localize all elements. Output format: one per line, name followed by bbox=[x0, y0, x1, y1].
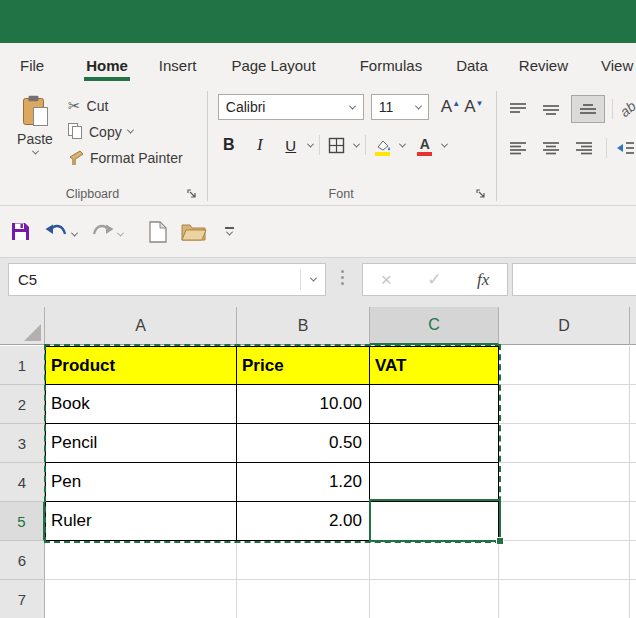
cell-B5[interactable]: 2.00 bbox=[237, 502, 370, 541]
font-color-button[interactable]: A bbox=[414, 134, 436, 156]
format-painter-label: Format Painter bbox=[90, 150, 183, 166]
cell-B6[interactable] bbox=[237, 541, 370, 580]
cell-A7[interactable] bbox=[45, 580, 237, 618]
fill-color-dropdown-icon[interactable] bbox=[399, 140, 406, 147]
top-align-button[interactable] bbox=[505, 97, 531, 121]
font-size-select[interactable]: 11 bbox=[371, 94, 429, 120]
column-header-d[interactable]: D bbox=[499, 307, 630, 345]
cell-B7[interactable] bbox=[237, 580, 370, 618]
tab-insert[interactable]: Insert bbox=[159, 57, 197, 85]
tab-file[interactable]: File bbox=[20, 57, 44, 85]
paste-clipboard-icon bbox=[22, 95, 49, 126]
fill-color-button[interactable] bbox=[372, 134, 394, 156]
cell-D3[interactable] bbox=[499, 424, 630, 463]
cell-D1[interactable] bbox=[499, 346, 630, 385]
worksheet: A B C D 1 Product Price VAT 2 Book 10.00… bbox=[0, 302, 636, 618]
open-folder-button[interactable] bbox=[181, 222, 207, 241]
cell-C7[interactable] bbox=[370, 580, 499, 618]
cell-D6[interactable] bbox=[499, 541, 630, 580]
copy-button[interactable]: Copy bbox=[68, 121, 183, 142]
new-file-icon bbox=[149, 221, 167, 243]
cell-C1[interactable]: VAT bbox=[370, 346, 499, 385]
name-box[interactable]: C5 bbox=[8, 263, 326, 296]
cell-A4[interactable]: Pen bbox=[45, 463, 237, 502]
decrease-indent-button[interactable] bbox=[616, 141, 634, 155]
increase-font-size-button[interactable]: A▲ bbox=[441, 97, 452, 117]
font-dialog-launcher[interactable] bbox=[474, 187, 488, 201]
copy-dropdown-icon[interactable] bbox=[127, 127, 134, 134]
cell-C4[interactable] bbox=[370, 463, 499, 502]
undo-dropdown-icon[interactable] bbox=[71, 229, 78, 236]
cell-C6[interactable] bbox=[370, 541, 499, 580]
format-painter-button[interactable]: Format Painter bbox=[68, 147, 183, 168]
bottom-align-button[interactable] bbox=[571, 95, 605, 123]
name-box-dropdown-icon[interactable] bbox=[309, 275, 316, 282]
cell-B4[interactable]: 1.20 bbox=[237, 463, 370, 502]
tab-view[interactable]: View bbox=[601, 57, 633, 85]
cell-B2[interactable]: 10.00 bbox=[237, 385, 370, 424]
column-header-b[interactable]: B bbox=[237, 307, 370, 345]
font-size-value: 11 bbox=[372, 99, 410, 115]
orientation-button[interactable]: ab bbox=[617, 98, 636, 120]
tab-data[interactable]: Data bbox=[456, 57, 488, 85]
cell-D2[interactable] bbox=[499, 385, 630, 424]
row-header-1[interactable]: 1 bbox=[0, 346, 45, 385]
customize-qat-button[interactable] bbox=[225, 227, 234, 236]
underline-dropdown-icon[interactable] bbox=[307, 140, 314, 147]
cell-D7[interactable] bbox=[499, 580, 630, 618]
row-header-4[interactable]: 4 bbox=[0, 463, 45, 502]
center-align-button[interactable] bbox=[538, 136, 564, 160]
align-left-button[interactable] bbox=[505, 136, 531, 160]
cell-B3[interactable]: 0.50 bbox=[237, 424, 370, 463]
formula-bar-grip[interactable] bbox=[341, 270, 344, 285]
cut-button[interactable]: ✂ Cut bbox=[68, 95, 183, 116]
cell-D5[interactable] bbox=[499, 502, 630, 541]
tab-review[interactable]: Review bbox=[519, 57, 568, 85]
clipboard-dialog-launcher[interactable] bbox=[185, 187, 199, 201]
font-name-select[interactable]: Calibri bbox=[218, 94, 364, 120]
cancel-icon[interactable]: × bbox=[381, 269, 392, 291]
cell-D4[interactable] bbox=[499, 463, 630, 502]
cell-A5[interactable]: Ruler bbox=[45, 502, 237, 541]
cell-C3[interactable] bbox=[370, 424, 499, 463]
cell-C2[interactable] bbox=[370, 385, 499, 424]
font-group: Calibri 11 A▲ A▼ B I U bbox=[208, 85, 497, 205]
cell-A3[interactable]: Pencil bbox=[45, 424, 237, 463]
row-header-3[interactable]: 3 bbox=[0, 424, 45, 463]
borders-button[interactable] bbox=[326, 133, 348, 157]
font-color-dropdown-icon[interactable] bbox=[441, 140, 448, 147]
align-right-button[interactable] bbox=[571, 136, 597, 160]
tab-home[interactable]: Home bbox=[86, 57, 128, 85]
decrease-font-size-button[interactable]: A▼ bbox=[464, 97, 475, 117]
redo-dropdown-icon[interactable] bbox=[117, 229, 124, 236]
row-header-7[interactable]: 7 bbox=[0, 580, 45, 618]
borders-dropdown-icon[interactable] bbox=[353, 140, 360, 147]
new-file-button[interactable] bbox=[149, 221, 167, 243]
tab-formulas[interactable]: Formulas bbox=[360, 57, 423, 85]
copy-label: Copy bbox=[89, 124, 122, 140]
row-header-5[interactable]: 5 bbox=[0, 502, 45, 541]
undo-button[interactable] bbox=[45, 223, 77, 241]
cell-A6[interactable] bbox=[45, 541, 237, 580]
cell-A2[interactable]: Book bbox=[45, 385, 237, 424]
formula-input[interactable] bbox=[512, 263, 636, 296]
middle-align-button[interactable] bbox=[538, 97, 564, 121]
cell-C5[interactable] bbox=[370, 502, 499, 541]
column-header-c[interactable]: C bbox=[370, 307, 499, 345]
bold-button[interactable]: B bbox=[218, 133, 240, 157]
paste-dropdown-icon[interactable] bbox=[31, 148, 38, 155]
underline-button[interactable]: U bbox=[280, 133, 302, 157]
font-name-dropdown-icon bbox=[349, 102, 356, 109]
column-header-a[interactable]: A bbox=[45, 307, 237, 345]
tab-page-layout[interactable]: Page Layout bbox=[231, 57, 315, 85]
insert-function-icon[interactable]: fx bbox=[477, 270, 489, 290]
row-header-6[interactable]: 6 bbox=[0, 541, 45, 580]
redo-button[interactable] bbox=[91, 223, 123, 241]
row-header-2[interactable]: 2 bbox=[0, 385, 45, 424]
enter-icon[interactable]: ✓ bbox=[427, 269, 441, 290]
cell-B1[interactable]: Price bbox=[237, 346, 370, 385]
save-button[interactable] bbox=[10, 221, 31, 242]
select-all-corner[interactable] bbox=[0, 307, 45, 345]
cell-A1[interactable]: Product bbox=[45, 346, 237, 385]
italic-button[interactable]: I bbox=[249, 133, 271, 157]
